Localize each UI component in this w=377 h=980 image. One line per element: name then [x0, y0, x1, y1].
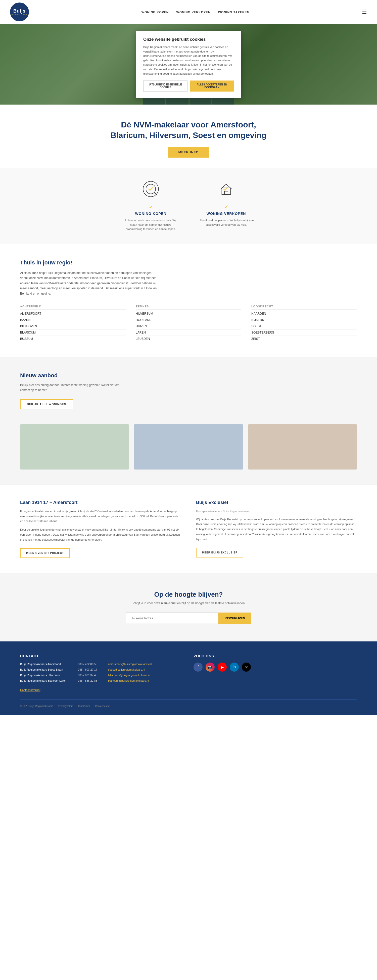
services-section: ✓ WONING KOPEN U bent op zoek naar een n…: [0, 168, 377, 244]
instagram-icon[interactable]: 📷: [205, 663, 215, 671]
nav-kopen[interactable]: WONING KOPEN: [142, 11, 169, 14]
cookie-link[interactable]: Cookiebeleid: [95, 705, 110, 708]
meer-info-button[interactable]: MEER INFO: [168, 147, 208, 158]
regio-header-1: ACHTERVELD: [20, 305, 126, 310]
office-hilversum: Buijs Regiomakelaars Hilversum 035 - 621…: [20, 674, 183, 677]
regio-item: HOOILAND: [136, 317, 241, 323]
cookie-body: Buijs Regiomakelaars maakt op deze websi…: [143, 45, 234, 76]
exclusief-title: Buijs Exclusief: [196, 500, 357, 505]
office-name: Buijs Regiomakelaars Blaricum-Laren: [20, 679, 75, 682]
property-card[interactable]: [134, 424, 243, 469]
regio-item: BUSSUM: [20, 336, 126, 342]
footer-bottom: © 2025 Buijs Regiomakelaars Privacybelei…: [20, 700, 357, 708]
footer-contact-title: Contact: [20, 654, 183, 658]
regio-item: AMERSFOORT: [20, 311, 126, 317]
regio-item: LEUSDEN: [136, 336, 241, 342]
exclusief-subtitle: Een specialisatie van Buijs Regiomakelaa…: [196, 509, 357, 514]
disclaimer-link[interactable]: Disclaimer: [78, 705, 90, 708]
nieuw-aanbod-desc: Bekijk hier ons huidig aanbod. Interessa…: [20, 383, 121, 393]
contact-form-link[interactable]: Contactformulier: [20, 689, 40, 692]
nieuw-aanbod-title: Nieuw aanbod: [20, 372, 357, 379]
newsletter-desc: Schrijf je in voor onze nieuwsbrief en b…: [10, 601, 367, 605]
regio-item: NAARDEN: [251, 311, 357, 317]
bekijk-woningen-button[interactable]: BEKIJK ALLE WONINGEN: [20, 399, 73, 409]
youtube-icon[interactable]: ▶: [218, 663, 227, 671]
office-email[interactable]: blaricum@buijsregiomakelaars.nl: [108, 679, 149, 682]
social-icons: f 📷 ▶ in ✕: [194, 663, 357, 671]
newsletter-title: Op de hoogte blijven?: [10, 591, 367, 598]
regio-item: BILTHOVEN: [20, 323, 126, 329]
regio-item: NIJKERK: [251, 317, 357, 323]
regio-item: LAREN: [136, 329, 241, 336]
verkopen-icon: [216, 180, 236, 200]
regio-col-3: LOOSDRECHT NAARDEN NIJKERK SOEST SOESTER…: [251, 305, 357, 342]
nieuw-aanbod-section: Nieuw aanbod Bekijk hier ons huidig aanb…: [0, 357, 377, 424]
regio-item: BAARN: [20, 317, 126, 323]
office-blaricum: Buijs Regiomakelaars Blaricum-Laren 035 …: [20, 679, 183, 682]
office-email[interactable]: soest@buijsregiomakelaars.nl: [108, 668, 145, 671]
kopen-title[interactable]: WONING KOPEN: [123, 212, 178, 216]
regio-item: SOESTERBERG: [251, 329, 357, 336]
regio-title: Thuis in jouw regio!: [20, 259, 357, 266]
nav-links: WONING KOPEN WONING VERKOPEN WONING TAXE…: [142, 10, 249, 14]
office-phone: 035 - 603 27 17: [78, 668, 105, 671]
kopen-desc: U bent op zoek naar een nieuwe huis. Wij…: [123, 218, 178, 231]
subscribe-button[interactable]: INSCHRIJVEN: [218, 612, 251, 624]
kopen-icon: [141, 180, 161, 200]
footer: Contact Buijs Regiomakelaars Amersfoort …: [0, 641, 377, 715]
footer-grid: Contact Buijs Regiomakelaars Amersfoort …: [20, 654, 357, 692]
regio-col-1: ACHTERVELD AMERSFOORT BAARN BILTHOVEN BL…: [20, 305, 126, 342]
regio-item: BLARICUM: [20, 329, 126, 336]
hero-section: Onze website gebruikt cookies Buijs Regi…: [0, 24, 377, 105]
office-name: Buijs Regiomakelaars Amersfoort: [20, 663, 75, 665]
property-card[interactable]: [248, 424, 357, 469]
cookie-banner: Onze website gebruikt cookies Buijs Regi…: [136, 31, 241, 98]
exclusief-para1: Wij richten ons met Buijs Exclusief op h…: [196, 517, 357, 542]
office-name: Buijs Regiomakelaars Soest-Baarn: [20, 668, 75, 671]
regio-col-2: EEMNES HILVERSUM HOOILAND HUIZEN LAREN L…: [136, 305, 241, 342]
email-input[interactable]: [126, 612, 218, 624]
laan-section: Laan 1914 17 – Amersfoort Energie-neutra…: [20, 500, 181, 558]
regio-item: SOEST: [251, 323, 357, 329]
office-email[interactable]: amersfoort@buijsregiomakelaars.nl: [108, 663, 151, 665]
office-email[interactable]: hilversum@buijsregiomakelaars.nl: [108, 674, 150, 677]
kopen-check: ✓: [123, 204, 178, 210]
essential-cookies-button[interactable]: UITSLUITEND ESSENTIËLE COOKIES: [143, 81, 188, 92]
property-card[interactable]: [20, 424, 129, 469]
laan-para2: Door de unieke ligging ondervindt u alle…: [20, 527, 181, 542]
hamburger-icon[interactable]: ☰: [362, 9, 367, 15]
cookie-title: Onze website gebruikt cookies: [143, 37, 234, 42]
svg-rect-4: [224, 191, 228, 194]
verkopen-check: ✓: [199, 204, 254, 210]
privacy-link[interactable]: Privacybeleid: [58, 705, 73, 708]
regio-header-3: LOOSDRECHT: [251, 305, 357, 310]
service-kopen: ✓ WONING KOPEN U bent op zoek naar een n…: [123, 180, 178, 231]
footer-social-title: Volg ons: [194, 654, 357, 658]
verkopen-title[interactable]: WONING VERKOPEN: [199, 212, 254, 216]
footer-copyright: © 2025 Buijs Regiomakelaars: [20, 705, 53, 708]
navbar: Buijs REGIOMAKELAARS WONING KOPEN WONING…: [0, 0, 377, 24]
logo[interactable]: Buijs REGIOMAKELAARS: [10, 3, 29, 21]
regio-desc: Al sinds 1857 helpt Buijs Regiomakelaars…: [20, 270, 158, 296]
cookie-buttons: UITSLUITEND ESSENTIËLE COOKIES ALLES ACC…: [143, 81, 234, 92]
laan-title: Laan 1914 17 – Amersfoort: [20, 500, 181, 505]
nav-verkopen[interactable]: WONING VERKOPEN: [176, 11, 210, 14]
verkopen-desc: U heeft verkoopplannen. Wij helpen u bij…: [199, 218, 254, 227]
footer-contact: Contact Buijs Regiomakelaars Amersfoort …: [20, 654, 183, 692]
linkedin-icon[interactable]: in: [230, 663, 239, 671]
logo-sub: REGIOMAKELAARS: [11, 14, 27, 15]
nav-taxeren[interactable]: WONING TAXEREN: [218, 11, 249, 14]
meer-exclusief-button[interactable]: MEER BUIJS EXCLUSIEF: [196, 548, 243, 557]
accept-cookies-button[interactable]: ALLES ACCEPTEREN EN DOORGAAN: [190, 81, 234, 92]
intro-heading: Dé NVM-makelaar voor Amersfoort, Blaricu…: [100, 119, 277, 140]
office-soest: Buijs Regiomakelaars Soest-Baarn 035 - 6…: [20, 668, 183, 671]
facebook-icon[interactable]: f: [194, 663, 202, 671]
newsletter-form: INSCHRIJVEN: [126, 612, 251, 624]
regio-item: ZEIST: [251, 336, 357, 342]
regio-header-2: EEMNES: [136, 305, 241, 310]
regio-grid: ACHTERVELD AMERSFOORT BAARN BILTHOVEN BL…: [20, 305, 357, 342]
regio-item: HILVERSUM: [136, 311, 241, 317]
meer-project-button[interactable]: MEER OVER DIT PROJECT: [20, 548, 70, 558]
x-twitter-icon[interactable]: ✕: [242, 663, 251, 671]
intro-section: Dé NVM-makelaar voor Amersfoort, Blaricu…: [0, 105, 377, 168]
